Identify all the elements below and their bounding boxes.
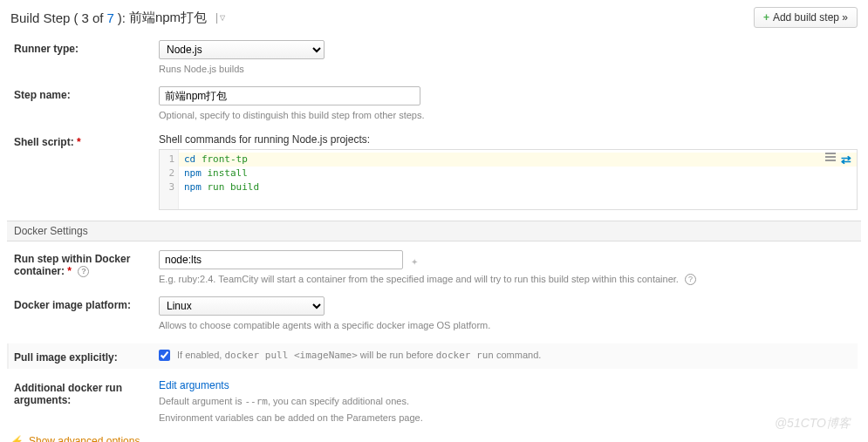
editor-body[interactable]: cd front-tp npm install npm run build <box>179 150 857 209</box>
docker-container-input[interactable] <box>159 250 403 269</box>
step-total: 7 <box>106 10 113 25</box>
plus-icon: + <box>763 11 769 24</box>
add-build-step-button[interactable]: + Add build step » <box>754 7 858 28</box>
title-suffix: ): <box>118 10 126 25</box>
shell-intro: Shell commands for running Node.js proje… <box>159 133 858 146</box>
advanced-label: Show advanced options <box>29 435 140 442</box>
chevron-down-icon: ▽ <box>220 14 225 22</box>
pull-image-checkbox[interactable] <box>159 350 170 361</box>
docker-platform-label: Docker image platform: <box>14 296 159 311</box>
title-step-name: 前端npm打包 <box>129 10 207 26</box>
docker-container-label: Run step within Docker container: * ? <box>14 250 159 277</box>
step-name-hint: Optional, specify to distinguish this bu… <box>159 109 858 122</box>
title-dropdown[interactable]: | ▽ <box>215 11 225 24</box>
page-title: Build Step (3 of 7): 前端npm打包 | ▽ <box>10 10 225 26</box>
help-icon[interactable]: ? <box>685 274 696 285</box>
help-icon[interactable]: ? <box>78 266 89 277</box>
docker-platform-select[interactable]: Linux <box>159 296 325 316</box>
edit-arguments-link[interactable]: Edit arguments <box>159 379 858 391</box>
step-name-input[interactable] <box>159 86 420 105</box>
step-name-label: Step name: <box>14 86 159 101</box>
docker-args-hint1: Default argument is --rm, you can specif… <box>159 395 858 408</box>
editor-menu-icon[interactable] <box>825 153 836 161</box>
add-step-label: Add build step » <box>773 11 848 24</box>
docker-args-hint2: Environment variables can be added on th… <box>159 411 858 425</box>
shell-script-editor[interactable]: 1 2 3 cd front-tp npm install npm run bu… <box>159 149 858 210</box>
editor-gutter: 1 2 3 <box>160 150 179 209</box>
title-prefix: Build Step ( <box>10 10 79 25</box>
show-advanced-link[interactable]: ⚡ Show advanced options <box>10 435 858 442</box>
pull-image-desc: If enabled, docker pull <imageName> will… <box>177 349 541 362</box>
step-current: 3 <box>82 10 89 25</box>
shell-script-label: Shell script: * <box>14 133 159 148</box>
pull-image-label: Pull image explicitly: <box>14 349 159 364</box>
magic-wand-icon[interactable] <box>411 255 421 266</box>
docker-args-label: Additional docker run arguments: <box>14 379 159 406</box>
runner-type-hint: Runs Node.js builds <box>159 63 858 76</box>
docker-section-header: Docker Settings <box>7 221 861 241</box>
docker-platform-hint: Allows to choose compatible agents with … <box>159 319 858 332</box>
docker-container-hint: E.g. ruby:2.4. TeamCity will start a con… <box>159 273 858 286</box>
pipe-icon: | <box>215 11 218 24</box>
step-of: of <box>92 10 104 25</box>
bolt-icon: ⚡ <box>10 435 24 442</box>
runner-type-select[interactable]: Node.js <box>159 40 325 59</box>
runner-type-label: Runner type: <box>14 40 159 55</box>
editor-wrap-icon[interactable]: ⇄ <box>841 153 851 167</box>
